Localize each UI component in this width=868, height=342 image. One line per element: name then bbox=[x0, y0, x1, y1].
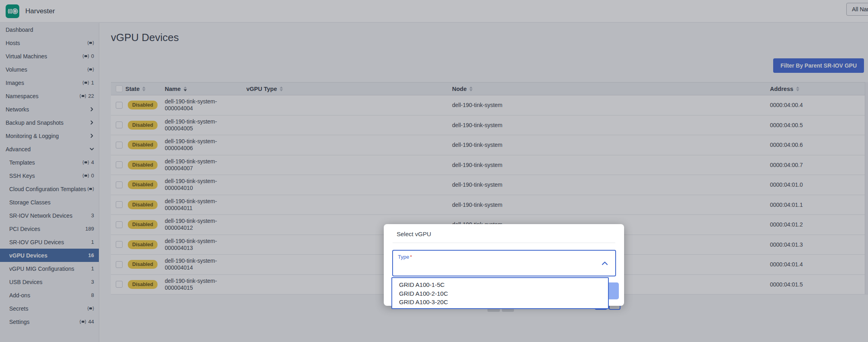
chevron-up-icon bbox=[602, 261, 608, 266]
required-asterisk: * bbox=[410, 254, 412, 260]
vgpu-type-select[interactable]: Type* bbox=[392, 250, 616, 276]
modal-divider bbox=[393, 243, 615, 243]
dropdown-option-grid-a100-2-10c[interactable]: GRID A100-2-10C bbox=[399, 289, 608, 298]
app-window: Harvester All Namespaces DashboardHosts{… bbox=[0, 0, 868, 342]
vgpu-type-select-label: Type* bbox=[398, 254, 412, 260]
dropdown-option-grid-a100-3-20c[interactable]: GRID A100-3-20C bbox=[399, 298, 608, 307]
vgpu-type-dropdown: GRID A100-1-5CGRID A100-2-10CGRID A100-3… bbox=[391, 277, 609, 309]
modal-title: Select vGPU bbox=[397, 231, 431, 237]
select-vgpu-modal: Select vGPU Type* GRID A100-1-5CGRID A10… bbox=[384, 224, 624, 306]
dropdown-option-grid-a100-1-5c[interactable]: GRID A100-1-5C bbox=[399, 280, 608, 289]
